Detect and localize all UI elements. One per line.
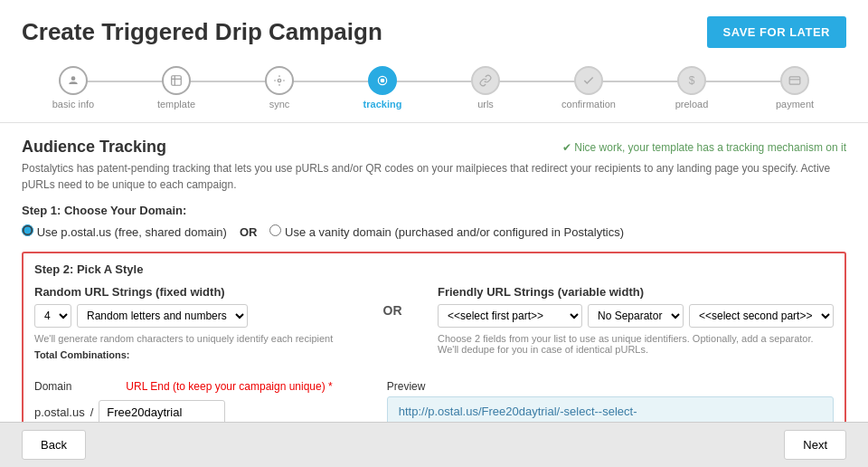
step-label-sync: sync bbox=[269, 99, 290, 110]
step1-heading: Step 1: Choose Your Domain: bbox=[22, 204, 846, 217]
domain-row: p.ostal.us / bbox=[34, 400, 333, 424]
friendly-controls: <<select first part>> No Separator <<sel… bbox=[438, 304, 834, 328]
step-basic-info[interactable]: basic info bbox=[22, 66, 125, 110]
save-for-later-button[interactable]: SAVE FOR LATER bbox=[707, 16, 846, 48]
radio-vanity-domain[interactable] bbox=[269, 224, 281, 236]
domain-choice-row: Use p.ostal.us (free, shared domain) OR … bbox=[22, 224, 846, 239]
step-confirmation[interactable]: confirmation bbox=[537, 66, 640, 110]
random-url-title: Random URL Strings (fixed width) bbox=[34, 285, 347, 299]
step-label-payment: payment bbox=[776, 99, 814, 110]
step2-title: Step 2: Pick A Style bbox=[34, 262, 834, 276]
separator-select[interactable]: No Separator bbox=[588, 304, 684, 328]
random-helper-text: We'll generate random characters to uniq… bbox=[34, 333, 347, 344]
radio-shared-domain-label[interactable]: Use p.ostal.us (free, shared domain) bbox=[22, 224, 227, 239]
friendly-url-section: Friendly URL Strings (variable width) <<… bbox=[438, 285, 834, 360]
svg-point-4 bbox=[278, 79, 281, 82]
required-marker: * bbox=[328, 380, 333, 393]
nice-work-text: ✔ Nice work, your template has a trackin… bbox=[562, 141, 846, 154]
radio-shared-domain[interactable] bbox=[22, 224, 33, 236]
description-text: Postalytics has patent-pending tracking … bbox=[22, 160, 846, 193]
svg-rect-1 bbox=[172, 76, 182, 86]
step-label-urls: urls bbox=[477, 99, 494, 110]
step-circle-sync bbox=[265, 66, 294, 95]
random-type-select[interactable]: Random letters and numbers Random letter… bbox=[77, 304, 248, 328]
domain-col: Domain URL End (to keep your campaign un… bbox=[34, 380, 333, 424]
back-button[interactable]: Back bbox=[22, 430, 86, 460]
radio-vanity-domain-label[interactable]: Use a vanity domain (purchased and/or co… bbox=[269, 224, 624, 239]
preview-col: Preview http://p.ostal.us/Free20daytrial… bbox=[387, 380, 834, 426]
step-payment[interactable]: payment bbox=[743, 66, 846, 110]
random-count-select[interactable]: 45678 bbox=[34, 304, 71, 328]
url-end-input[interactable] bbox=[99, 400, 225, 424]
step-label-basic-info: basic info bbox=[52, 99, 94, 110]
step-circle-template bbox=[162, 66, 191, 95]
step-tracking[interactable]: tracking bbox=[331, 66, 434, 110]
step-circle-preload: $ bbox=[677, 66, 706, 95]
section-title: Audience Tracking bbox=[22, 138, 166, 157]
step-circle-basic-info bbox=[59, 66, 88, 95]
domain-col-label: Domain bbox=[34, 380, 71, 393]
step-circle-payment bbox=[780, 66, 809, 95]
step-circle-tracking bbox=[368, 66, 397, 95]
step-urls[interactable]: urls bbox=[434, 66, 537, 110]
preview-col-label: Preview bbox=[387, 380, 834, 393]
url-config: Random URL Strings (fixed width) 45678 R… bbox=[34, 285, 834, 366]
friendly-part2-select[interactable]: <<select second part>> bbox=[689, 304, 834, 328]
footer: Back Next bbox=[0, 422, 868, 467]
main-content: Audience Tracking ✔ Nice work, your temp… bbox=[0, 123, 868, 457]
friendly-url-title: Friendly URL Strings (variable width) bbox=[438, 285, 834, 299]
svg-rect-7 bbox=[789, 77, 800, 84]
slash-separator: / bbox=[90, 405, 94, 419]
next-button[interactable]: Next bbox=[784, 430, 846, 460]
step-template[interactable]: template bbox=[125, 66, 228, 110]
step-sync[interactable]: sync bbox=[228, 66, 331, 110]
or-label: OR bbox=[240, 225, 258, 239]
step-label-confirmation: confirmation bbox=[561, 99, 616, 110]
random-controls: 45678 Random letters and numbers Random … bbox=[34, 304, 347, 328]
url-end-col-label: URL End (to keep your campaign unique) * bbox=[126, 380, 332, 393]
steps-bar: basic info template sync tracking urls c… bbox=[0, 57, 868, 123]
step-label-tracking: tracking bbox=[363, 99, 402, 110]
friendly-helper-text: Choose 2 fields from your list to use as… bbox=[438, 333, 834, 355]
random-url-section: Random URL Strings (fixed width) 45678 R… bbox=[34, 285, 347, 366]
total-combinations-label: Total Combinations: bbox=[34, 349, 347, 360]
page-title: Create Triggered Drip Campaign bbox=[22, 18, 382, 46]
svg-point-6 bbox=[381, 79, 384, 82]
step2-box: Step 2: Pick A Style Random URL Strings … bbox=[22, 252, 846, 443]
step-label-preload: preload bbox=[675, 99, 709, 110]
or-divider: OR bbox=[374, 285, 410, 318]
friendly-part1-select[interactable]: <<select first part>> bbox=[438, 304, 582, 328]
domain-name: p.ostal.us bbox=[34, 405, 85, 419]
step-circle-confirmation bbox=[574, 66, 603, 95]
step-label-template: template bbox=[157, 99, 195, 110]
step-preload[interactable]: $ preload bbox=[640, 66, 743, 110]
step-circle-urls bbox=[471, 66, 500, 95]
svg-point-0 bbox=[71, 76, 76, 81]
url-fields-row: Domain URL End (to keep your campaign un… bbox=[34, 380, 834, 426]
